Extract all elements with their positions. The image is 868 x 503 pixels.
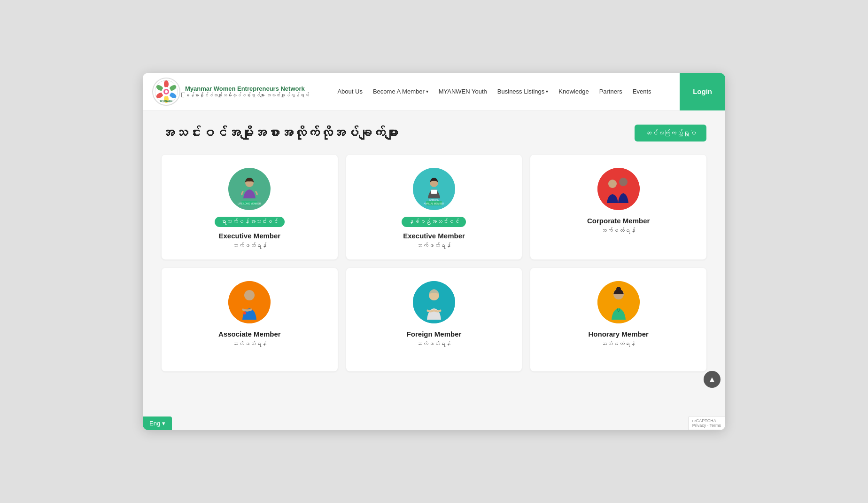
nav-business-listings[interactable]: Business Listings	[497, 88, 548, 95]
lang-label: Eng	[149, 420, 160, 427]
card-title-4: Associate Member	[218, 330, 281, 338]
svg-rect-18	[431, 190, 437, 194]
svg-text:LIFE LONG MEMBER: LIFE LONG MEMBER	[238, 202, 262, 205]
svg-text:MYANWEN: MYANWEN	[160, 100, 172, 102]
avatar-figure-4	[228, 281, 271, 323]
site-header: MYANWEN Myanmar Women Entrepreneurs Netw…	[143, 73, 725, 110]
card-annual-executive[interactable]: ANNUAL ANNUAL MEMBER နှစ်စဉ်အသင်းဝင် Exe…	[346, 155, 522, 259]
card-badge-2: နှစ်စဉ်အသင်းဝင်	[402, 217, 466, 227]
card-sub-3: ဆက်ဖတ်ရန်	[601, 228, 636, 234]
nav-youth[interactable]: MYANWEN Youth	[439, 88, 487, 95]
card-associate[interactable]: Associate Member ဆက်ဖတ်ရန်	[162, 268, 338, 371]
card-sub-2: ဆက်ဖတ်ရန်	[417, 243, 451, 249]
cards-grid: LIFE LONG MEMBER ရာသက်ပန်အသင်းဝင် Execut…	[162, 155, 706, 371]
logo-area: MYANWEN Myanmar Women Entrepreneurs Netw…	[152, 78, 309, 106]
main-nav: About Us Become A Member MYANWEN Youth B…	[337, 88, 651, 95]
nav-events[interactable]: Events	[633, 88, 651, 95]
svg-point-26	[244, 290, 255, 300]
card-avatar-3	[597, 168, 640, 210]
card-title-1: Executive Member	[218, 232, 280, 240]
avatar-figure-2: ANNUAL ANNUAL MEMBER	[418, 173, 450, 205]
org-name: Myanmar Women Entrepreneurs Network မြန်…	[185, 85, 309, 98]
avatar-figure-5	[413, 281, 455, 323]
filter-button[interactable]: ဆင်လက်ကြည့်ရှုပါ	[635, 125, 706, 141]
card-avatar-4	[228, 281, 271, 323]
svg-point-23	[608, 180, 617, 188]
browser-window: MYANWEN Myanmar Women Entrepreneurs Netw…	[143, 73, 725, 430]
svg-point-27	[243, 312, 246, 314]
page-header: အသင်းဝင်အမျိုးအစားအလိုက်လိုအပ်ချက်များ ဆ…	[162, 125, 706, 141]
card-corporate[interactable]: Corporate Member ဆက်ဖတ်ရန်	[530, 155, 706, 259]
login-button[interactable]: Login	[680, 73, 725, 110]
svg-point-22	[597, 168, 640, 210]
card-title-5: Foreign Member	[407, 330, 462, 338]
org-name-my: မြန်မာနိုင်ငံအမျိုးသမီးလုပ်ငန်းရှင်များ …	[185, 93, 309, 98]
avatar-figure-3	[597, 168, 640, 210]
scroll-top-button[interactable]: ▲	[704, 371, 721, 388]
nav-partners[interactable]: Partners	[599, 88, 622, 95]
logo-svg: MYANWEN	[154, 79, 178, 104]
svg-text:ANNUAL MEMBER: ANNUAL MEMBER	[424, 202, 444, 205]
card-title-2: Executive Member	[403, 232, 465, 240]
main-content: အသင်းဝင်အမျိုးအစားအလိုက်လိုအပ်ချက်များ ဆ…	[143, 110, 725, 385]
card-life-long-executive[interactable]: LIFE LONG MEMBER ရာသက်ပန်အသင်းဝင် Execut…	[162, 155, 338, 259]
recaptcha-badge: reCAPTCHAPrivacy · Terms	[688, 416, 725, 430]
page-title: အသင်းဝင်အမျိုးအစားအလိုက်လိုအပ်ချက်များ	[162, 126, 398, 141]
card-honorary[interactable]: Honorary Member ဆက်ဖတ်ရန်	[530, 268, 706, 371]
card-avatar-2: ANNUAL ANNUAL MEMBER	[413, 168, 455, 210]
card-title-3: Corporate Member	[587, 217, 650, 225]
svg-point-11	[233, 173, 266, 205]
lang-button[interactable]: Eng ▾	[143, 417, 172, 430]
nav-knowledge[interactable]: Knowledge	[558, 88, 589, 95]
card-sub-6: ဆက်ဖတ်ရန်	[601, 341, 636, 347]
svg-point-9	[165, 90, 168, 93]
card-sub-5: ဆက်ဖတ်ရန်	[417, 341, 451, 347]
card-foreign[interactable]: Foreign Member ဆက်ဖတ်ရန်	[346, 268, 522, 371]
svg-point-1	[164, 80, 169, 88]
svg-point-24	[619, 178, 628, 186]
nav-about[interactable]: About Us	[337, 88, 362, 95]
card-sub-1: ဆက်ဖတ်ရန်	[232, 243, 267, 249]
avatar-figure-6	[597, 281, 640, 323]
card-avatar-5	[413, 281, 455, 323]
card-sub-4: ဆက်ဖတ်ရန်	[232, 341, 267, 347]
card-avatar-1: LIFE LONG MEMBER	[228, 168, 271, 210]
card-title-6: Honorary Member	[588, 330, 648, 338]
card-badge-1: ရာသက်ပန်အသင်းဝင်	[215, 217, 285, 227]
org-name-en: Myanmar Women Entrepreneurs Network	[185, 85, 309, 93]
avatar-figure-1: LIFE LONG MEMBER	[233, 173, 266, 205]
recaptcha-text: reCAPTCHAPrivacy · Terms	[692, 418, 721, 428]
logo-circle: MYANWEN	[152, 78, 180, 106]
card-avatar-6	[597, 281, 640, 323]
nav-become-member[interactable]: Become A Member	[373, 88, 428, 95]
